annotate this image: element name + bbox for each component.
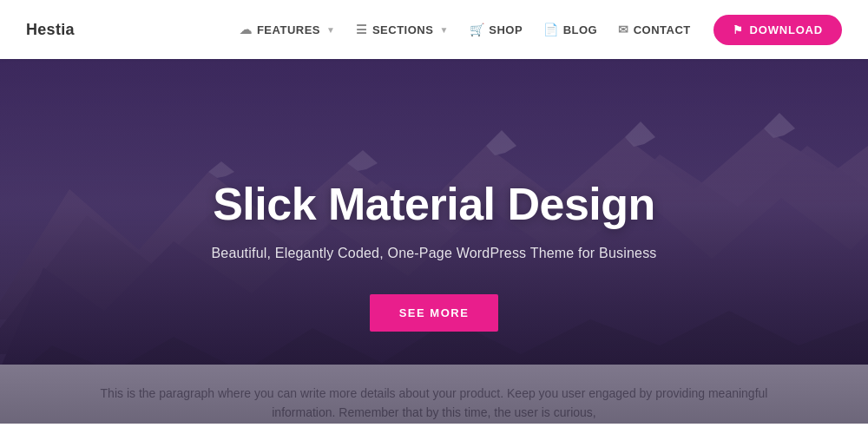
hero-section: Slick Material Design Beautiful, Elegant…: [0, 59, 868, 424]
nav-label-features: FEATURES: [257, 23, 320, 36]
nav-item-sections[interactable]: ☰ SECTIONS ▼: [347, 17, 457, 42]
hero-title: Slick Material Design: [211, 178, 656, 230]
hero-content: Slick Material Design Beautiful, Elegant…: [176, 178, 691, 332]
nav-item-shop[interactable]: 🛒 SHOP: [461, 17, 531, 42]
nav-item-blog[interactable]: 📄 BLOG: [535, 17, 606, 42]
nav-item-features[interactable]: ☁ FEATURES ▼: [231, 17, 344, 42]
nav-label-blog: BLOG: [563, 23, 598, 36]
menu-icon: ☰: [356, 23, 368, 36]
nav-label-sections: SECTIONS: [372, 23, 433, 36]
brand-name[interactable]: Hestia: [26, 21, 75, 39]
hero-subtitle: Beautiful, Elegantly Coded, One-Page Wor…: [211, 246, 656, 261]
chevron-down-icon-2: ▼: [439, 25, 448, 35]
hero-cta-button[interactable]: SEE MORE: [370, 294, 499, 332]
navbar: Hestia ☁ FEATURES ▼ ☰ SECTIONS ▼ 🛒 SHOP …: [0, 0, 868, 59]
nav-menu: ☁ FEATURES ▼ ☰ SECTIONS ▼ 🛒 SHOP 📄 BLOG …: [231, 17, 699, 42]
nav-label-contact: CONTACT: [634, 23, 691, 36]
nav-label-shop: SHOP: [489, 23, 523, 36]
download-label: DOWNLOAD: [750, 23, 823, 36]
nav-item-contact[interactable]: ✉ CONTACT: [609, 17, 700, 42]
flag-icon: ⚑: [733, 23, 744, 36]
blog-icon: 📄: [543, 23, 559, 36]
cart-icon: 🛒: [470, 23, 485, 36]
chevron-down-icon: ▼: [326, 25, 335, 35]
mail-icon: ✉: [618, 23, 629, 36]
cloud-icon: ☁: [240, 23, 253, 36]
download-button[interactable]: ⚑ DOWNLOAD: [713, 15, 842, 45]
